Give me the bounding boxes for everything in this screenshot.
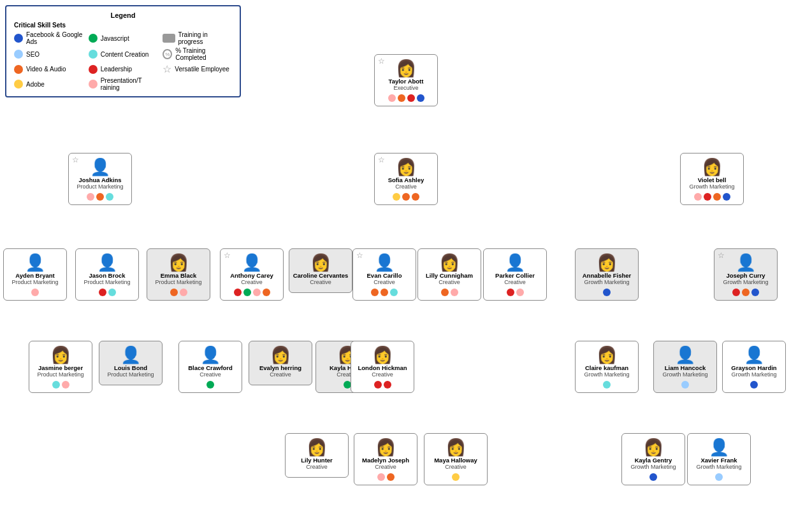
dot (412, 193, 419, 201)
node-emma[interactable]: 👩 Emma Black Product Marketing (147, 248, 210, 301)
maya-avatar: 👩 (427, 439, 484, 455)
dot (31, 289, 39, 296)
joshua-dots (71, 193, 129, 201)
node-violet[interactable]: 👩 Violet bell Growth Marketing (680, 153, 744, 205)
versatile-label: Versatile Employee (175, 66, 229, 73)
joshua-star: ☆ (72, 155, 79, 164)
node-louis[interactable]: 👤 Louis Bond Product Marketing (99, 341, 163, 385)
node-lilly[interactable]: 👩 Lilly Cunnigham Creative (417, 248, 481, 301)
node-blace[interactable]: 👤 Blace Crawford Creative (178, 341, 242, 393)
dot (263, 289, 270, 296)
training-rect (163, 34, 175, 43)
fb-label: Facebook & Google Ads (26, 31, 83, 45)
node-annabelle[interactable]: 👩 Annabelle Fisher Growth Marketing (575, 248, 639, 301)
node-liam[interactable]: 👤 Liam Hancock Growth Marketing (653, 341, 717, 393)
dot (516, 289, 524, 296)
pres-dot (89, 80, 98, 89)
london-name: London Hickman (354, 364, 411, 371)
legend-item-training: Training in progress (163, 31, 232, 45)
node-jason[interactable]: 👤 Jason Brock Product Marketing (75, 248, 139, 301)
dot (704, 193, 711, 201)
node-kayla-gentry[interactable]: 👩 Kayla Gentry Growth Marketing (621, 433, 685, 485)
node-joshua[interactable]: ☆ 👤 Joshua Adkins Product Marketing (68, 153, 132, 205)
node-evan[interactable]: ☆ 👤 Evan Carillo Creative (352, 248, 416, 301)
node-anthony[interactable]: ☆ 👤 Anthony Carey Creative (220, 248, 284, 301)
anthony-name: Anthony Carey (223, 272, 280, 279)
node-xavier[interactable]: 👤 Xavier Frank Growth Marketing (687, 433, 751, 485)
xavier-role: Growth Marketing (690, 464, 748, 471)
video-label: Video & Audio (26, 66, 66, 73)
caroline-avatar: 👩 (292, 254, 349, 271)
dot (170, 289, 178, 296)
node-sofia[interactable]: ☆ 👩 Sofia Ashley Creative (374, 153, 438, 205)
dot (441, 289, 449, 296)
kayla-gentry-avatar: 👩 (625, 439, 682, 455)
taylor-avatar: 👩 (377, 60, 435, 76)
chart-container: Legend Critical Skill Sets Facebook & Go… (0, 0, 812, 528)
evalyn-role: Creative (252, 371, 309, 378)
liam-dots (656, 381, 714, 389)
node-ayden[interactable]: 👤 Ayden Bryant Product Marketing (3, 248, 67, 301)
claire-role: Growth Marketing (578, 371, 635, 378)
adobe-label: Adobe (26, 81, 45, 88)
node-grayson[interactable]: 👤 Grayson Hardin Growth Marketing (722, 341, 786, 393)
node-caroline[interactable]: 👩 Caroline Cervantes Creative (289, 248, 352, 293)
xavier-dots (690, 473, 748, 481)
legend-item-versatile: ☆ Versatile Employee (163, 63, 232, 75)
dot (52, 381, 60, 389)
training-label: Training in progress (178, 31, 232, 45)
claire-name: Claire kaufman (578, 364, 635, 371)
dot (451, 289, 458, 296)
dot (603, 381, 611, 389)
dot (180, 289, 187, 296)
dot (751, 289, 759, 296)
node-claire[interactable]: 👩 Claire kaufman Growth Marketing (575, 341, 639, 393)
js-label: Javascript (101, 35, 129, 42)
taylor-dots (377, 94, 435, 102)
lilly-avatar: 👩 (421, 254, 478, 271)
evan-avatar: 👤 (356, 254, 413, 271)
dot (393, 193, 400, 201)
node-taylor[interactable]: ☆ 👩 Taylor Abott Executive (374, 54, 438, 106)
evan-star: ☆ (356, 251, 363, 260)
liam-role: Growth Marketing (656, 371, 714, 378)
evalyn-avatar: 👩 (252, 346, 309, 363)
madelyn-dots (357, 473, 414, 481)
jason-dots (78, 289, 136, 296)
pct-circle: % (163, 49, 172, 59)
parker-dots (486, 289, 544, 296)
london-avatar: 👩 (354, 346, 411, 363)
legend-title: Legend (14, 11, 232, 19)
sofia-avatar: 👩 (377, 159, 435, 175)
dot (507, 289, 514, 296)
evalyn-name: Evalyn herring (252, 364, 309, 371)
joseph-star: ☆ (718, 251, 725, 260)
ayden-name: Ayden Bryant (6, 272, 64, 279)
legend: Legend Critical Skill Sets Facebook & Go… (5, 5, 241, 97)
evan-dots (356, 289, 413, 296)
evan-role: Creative (356, 279, 413, 286)
node-madelyn[interactable]: 👩 Madelyn Joseph Creative (354, 433, 417, 485)
sofia-star: ☆ (378, 155, 385, 164)
node-london[interactable]: 👩 London Hickman Creative (351, 341, 414, 393)
violet-name: Violet bell (683, 176, 741, 183)
sofia-dots (377, 193, 435, 201)
node-parker[interactable]: 👤 Parker Collier Creative (483, 248, 547, 301)
parker-avatar: 👤 (486, 254, 544, 271)
dot (398, 94, 405, 102)
dot (694, 193, 702, 201)
legend-item-leadership: Leadership (89, 63, 158, 75)
node-jasmine[interactable]: 👩 Jasmine berger Product Marketing (29, 341, 92, 393)
anthony-avatar: 👤 (223, 254, 280, 271)
jasmine-role: Product Marketing (32, 371, 89, 378)
node-joseph[interactable]: ☆ 👤 Joseph Curry Growth Marketing (714, 248, 778, 301)
dot (253, 289, 261, 296)
node-evalyn[interactable]: 👩 Evalyn herring Creative (249, 341, 312, 385)
kayla-gentry-role: Growth Marketing (625, 464, 682, 471)
node-lily-hunter[interactable]: 👩 Lily Hunter Creative (285, 433, 349, 478)
joseph-role: Growth Marketing (717, 279, 774, 286)
louis-role: Product Marketing (102, 371, 159, 378)
anthony-dots (223, 289, 280, 296)
versatile-star: ☆ (163, 63, 171, 75)
node-maya[interactable]: 👩 Maya Halloway Creative (424, 433, 488, 485)
